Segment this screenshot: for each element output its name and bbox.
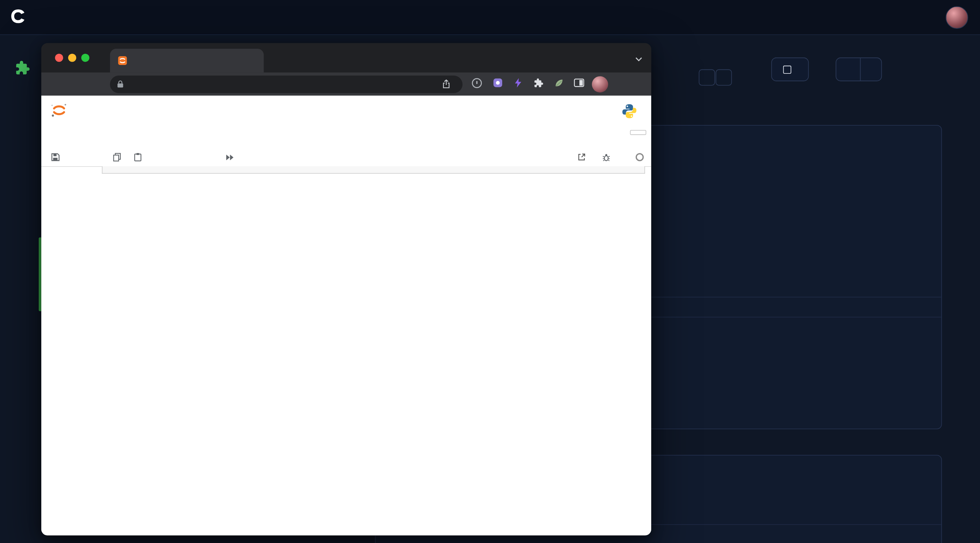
- top-nav-right: [946, 6, 972, 29]
- debugger-bug-icon[interactable]: [602, 153, 611, 162]
- external-link-icon: [578, 153, 585, 161]
- jupyter-toolbar: [41, 148, 651, 167]
- stop-workspace-button[interactable]: [772, 57, 809, 81]
- coder-logo-icon[interactable]: [9, 6, 27, 28]
- screen: [0, 0, 980, 543]
- extensions-puzzle-icon[interactable]: [533, 77, 544, 91]
- python-logo: [621, 103, 638, 122]
- stop-icon: [783, 65, 791, 73]
- trusted-button[interactable]: [630, 130, 646, 135]
- browser-tab[interactable]: [110, 49, 264, 73]
- restart-run-all-icon[interactable]: [225, 153, 235, 162]
- notebook-area: [41, 166, 651, 535]
- address-bar[interactable]: [110, 75, 463, 93]
- output-cell: [66, 311, 645, 323]
- extension-icon-a[interactable]: [492, 78, 503, 91]
- matplotlib-plot: [100, 330, 475, 535]
- jupyter-menubar: [41, 127, 651, 148]
- lock-icon[interactable]: [116, 80, 124, 88]
- open-jupyterlab-link[interactable]: [574, 153, 585, 161]
- copy-cell-icon[interactable]: [112, 152, 122, 162]
- plot-output: [100, 330, 475, 535]
- browser-profile-avatar[interactable]: [592, 76, 608, 92]
- top-nav: [0, 0, 980, 35]
- window-controls: [55, 54, 89, 62]
- zoom-traffic-light[interactable]: [81, 54, 89, 62]
- leaf-extension-icon[interactable]: [554, 78, 564, 90]
- tab-search-chevron-icon[interactable]: [635, 53, 643, 64]
- jupyter-logo[interactable]: [51, 102, 68, 121]
- browser-toolbar: [41, 73, 651, 95]
- restart-workspace-button[interactable]: [836, 57, 882, 81]
- puzzle-piece-icon[interactable]: [13, 59, 31, 79]
- jupyter-page: [41, 95, 651, 535]
- user-avatar[interactable]: [946, 6, 968, 29]
- clipped-cell-above: [102, 166, 645, 174]
- new-tab-button[interactable]: [274, 51, 291, 68]
- tab-favicon-jupyter: [118, 56, 128, 66]
- password-extension-icon[interactable]: [471, 77, 482, 91]
- minimize-traffic-light[interactable]: [68, 54, 76, 62]
- stage: [0, 0, 980, 543]
- decrease-time-button[interactable]: [698, 70, 715, 86]
- jupyter-header: [41, 95, 651, 127]
- browser-tab-strip: [41, 43, 651, 73]
- bolt-extension-icon[interactable]: [513, 78, 522, 91]
- save-icon[interactable]: [50, 152, 60, 162]
- paste-cell-icon[interactable]: [132, 152, 143, 162]
- restart-options-chevron[interactable]: [860, 58, 881, 81]
- extension-icons: [471, 77, 584, 91]
- split-screen-icon[interactable]: [574, 78, 584, 90]
- kernel-status-indicator: [636, 153, 644, 161]
- share-icon[interactable]: [442, 79, 451, 89]
- close-traffic-light[interactable]: [55, 54, 63, 62]
- increase-time-button[interactable]: [716, 70, 732, 86]
- browser-window: [41, 43, 651, 535]
